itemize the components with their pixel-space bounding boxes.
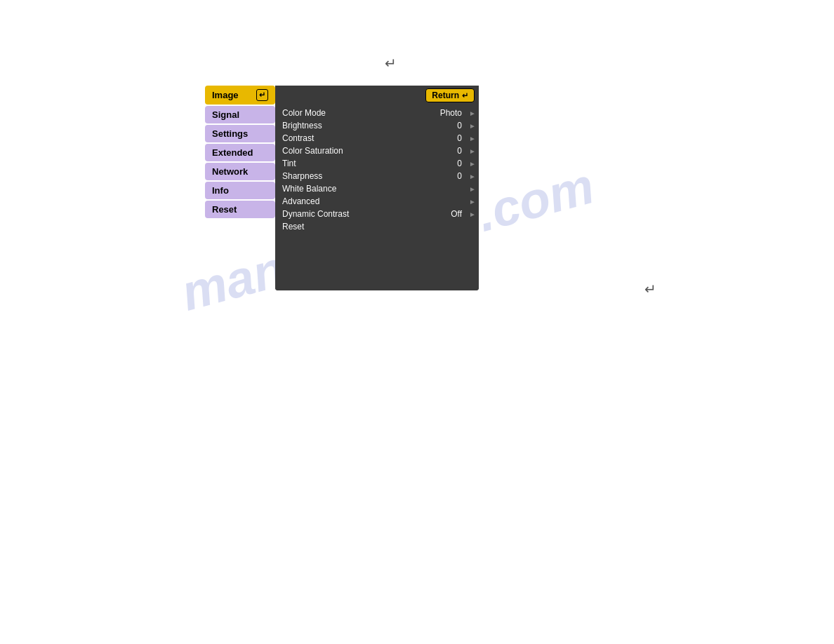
chevron-right-icon: ► <box>469 160 476 168</box>
row-sharpness[interactable]: Sharpness 0 ► <box>275 170 479 182</box>
chevron-right-icon: ► <box>469 198 476 206</box>
right-panel: Return Color Mode Photo ► Brightness 0 ►… <box>275 86 479 290</box>
panel-header: Return <box>275 86 479 105</box>
chevron-right-icon: ► <box>469 210 476 218</box>
sidebar-item-image[interactable]: Image <box>205 86 275 105</box>
chevron-right-icon: ► <box>469 122 476 130</box>
sidebar: Image Signal Settings Extended Network I… <box>205 86 275 290</box>
sidebar-item-network[interactable]: Network <box>205 163 275 180</box>
chevron-right-icon: ► <box>469 173 476 180</box>
row-color-mode[interactable]: Color Mode Photo ► <box>275 107 479 119</box>
chevron-right-icon: ► <box>469 109 476 117</box>
row-color-saturation[interactable]: Color Saturation 0 ► <box>275 145 479 157</box>
chevron-right-icon: ► <box>469 135 476 142</box>
panel-footer <box>275 234 479 290</box>
row-advanced[interactable]: Advanced ► <box>275 195 479 208</box>
row-brightness[interactable]: Brightness 0 ► <box>275 119 479 132</box>
row-contrast[interactable]: Contrast 0 ► <box>275 132 479 145</box>
sidebar-item-reset[interactable]: Reset <box>205 201 275 218</box>
row-white-balance[interactable]: White Balance ► <box>275 182 479 195</box>
row-reset[interactable]: Reset <box>275 220 479 233</box>
row-tint[interactable]: Tint 0 ► <box>275 157 479 170</box>
sidebar-item-signal[interactable]: Signal <box>205 106 275 123</box>
chevron-right-icon: ► <box>469 185 476 193</box>
chevron-right-icon: ► <box>469 147 476 155</box>
panel-body: Color Mode Photo ► Brightness 0 ► Contra… <box>275 105 479 234</box>
main-menu: Image Signal Settings Extended Network I… <box>205 86 479 290</box>
enter-arrow-top: ↵ <box>385 55 397 72</box>
row-dynamic-contrast[interactable]: Dynamic Contrast Off ► <box>275 208 479 220</box>
return-button[interactable]: Return <box>425 88 475 102</box>
enter-arrow-mid: ↵ <box>644 281 656 297</box>
sidebar-item-settings[interactable]: Settings <box>205 125 275 142</box>
sidebar-item-extended[interactable]: Extended <box>205 144 275 161</box>
sidebar-item-info[interactable]: Info <box>205 182 275 199</box>
